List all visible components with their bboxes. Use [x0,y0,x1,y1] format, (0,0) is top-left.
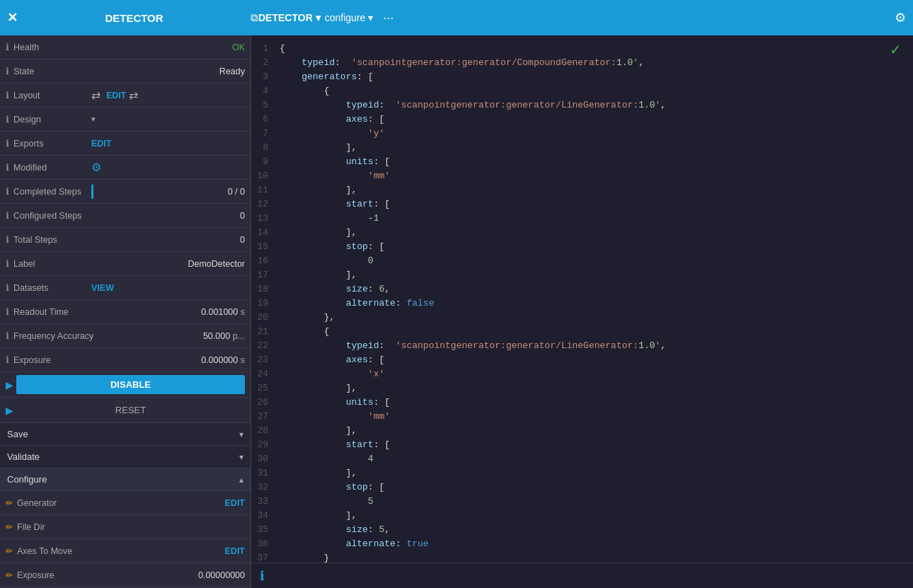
code-line: 11 ], [251,184,913,198]
freq-accuracy-value: 50.000 p... [93,331,245,341]
bottom-bar: ℹ [251,563,913,588]
code-line: 22 typeid: 'scanpointgenerator:generator… [251,340,913,354]
datasets-info-icon[interactable]: ℹ [6,282,9,293]
axes-to-move-label: Axes To Move [17,546,225,556]
line-content: generators: [ [280,71,374,82]
generator-edit-button[interactable]: EDIT [225,498,245,508]
code-line: 12 start: [ [251,198,913,212]
line-content: typeid: 'scanpointgenerator:generator/Li… [280,100,666,110]
code-line: 30 4 [251,453,913,467]
code-line: 16 0 [251,255,913,269]
design-info-icon[interactable]: ℹ [6,114,9,125]
configured-steps-value: 0 [91,211,245,221]
line-number: 19 [251,298,280,309]
label-info-icon[interactable]: ℹ [6,258,9,269]
readout-time-info-icon[interactable]: ℹ [6,306,9,317]
line-content: typeid: 'scanpointgenerator:generator/Li… [280,340,666,351]
validate-section-header[interactable]: Validate ▾ [0,446,251,468]
line-number: 14 [251,227,280,238]
line-content: ], [280,142,357,153]
line-content: 'mm' [280,171,390,181]
layout-info-icon[interactable]: ℹ [6,90,9,100]
configure-chevron-icon: ▴ [239,475,243,485]
state-info-icon[interactable]: ℹ [6,66,9,76]
line-content: ], [280,185,357,195]
state-label: State [13,67,91,76]
layout-arrows2-icon: ⇄ [129,88,138,102]
line-content: 0 [280,255,374,266]
code-line: 34 ], [251,509,913,524]
code-line: 3 generators: [ [251,71,913,85]
line-content: stop: [ [280,241,384,252]
reset-button[interactable]: RESET [16,400,245,420]
axes-to-move-edit-button[interactable]: EDIT [225,546,245,556]
configure-dropdown[interactable]: configure ▾ [325,12,374,23]
exports-edit-button[interactable]: EDIT [91,139,111,149]
axes-pencil-icon: ✏ [6,546,13,556]
disable-row: ▶ DISABLE [0,372,251,398]
freq-accuracy-info-icon[interactable]: ℹ [6,330,9,341]
detector-chevron-icon: ▾ [316,12,321,23]
completed-steps-info-icon[interactable]: ℹ [6,186,9,197]
line-content: size: 6, [280,284,390,294]
line-number: 9 [251,156,280,167]
code-editor-panel: ✓ 1{2 typeid: 'scanpointgenerator:genera… [251,35,913,588]
line-number: 24 [251,369,280,379]
line-number: 23 [251,354,280,365]
line-content: axes: [ [280,354,384,365]
health-info-icon[interactable]: ℹ [6,42,9,52]
exposure2-value: 0.00000000 [198,570,245,580]
completed-steps-label: Completed Steps [13,187,91,197]
line-content: units: [ [280,156,390,167]
code-line: 7 'y' [251,127,913,142]
line-number: 33 [251,496,280,507]
total-steps-info-icon[interactable]: ℹ [6,234,9,245]
exports-label: Exports [13,139,91,149]
save-section-title: Save [7,429,28,439]
external-link-icon[interactable]: ⧉ [251,11,258,24]
modified-label: Modified [13,163,91,173]
settings-icon[interactable]: ⚙ [895,10,906,25]
datasets-view-button[interactable]: VIEW [91,283,114,293]
disable-button[interactable]: DISABLE [16,375,245,394]
left-panel: ℹ Health OK ℹ State Ready ℹ Layout ⇄ EDI… [0,35,251,588]
line-number: 22 [251,340,280,351]
line-content: { [280,86,329,96]
detector-dropdown[interactable]: DETECTOR ▾ [258,12,321,23]
code-line: 8 ], [251,142,913,156]
code-line: 33 5 [251,495,913,509]
line-content: axes: [ [280,114,384,125]
line-number: 30 [251,454,280,464]
line-content: 'mm' [280,411,390,422]
exposure-info-icon[interactable]: ℹ [6,354,9,365]
exports-info-icon[interactable]: ℹ [6,138,9,149]
state-row: ℹ State Ready [0,59,251,83]
line-number: 31 [251,468,280,478]
design-dropdown-icon[interactable]: ▾ [91,115,96,124]
play-icon-reset: ▶ [6,405,13,416]
line-content: 'y' [280,128,384,139]
save-section-header[interactable]: Save ▾ [0,423,251,446]
code-line: 18 size: 6, [251,283,913,297]
layout-edit-button[interactable]: EDIT [106,91,126,100]
line-number: 4 [251,86,280,96]
line-content: { [280,326,329,337]
exposure-row: ℹ Exposure 0.000000 s [0,348,251,372]
line-number: 10 [251,171,280,181]
code-line: 17 ], [251,269,913,283]
generator-label: Generator [17,498,225,508]
generator-pencil-icon: ✏ [6,498,13,508]
line-number: 29 [251,439,280,450]
configure-section-header[interactable]: Configure ▴ [0,468,251,491]
line-content: stop: [ [280,482,384,492]
configured-steps-info-icon[interactable]: ℹ [6,210,9,221]
more-options-button[interactable]: ··· [377,11,399,25]
code-line: 24 'x' [251,368,913,382]
code-line: 20 }, [251,311,913,325]
modified-spinner-icon: ⚙ [91,161,101,174]
close-button[interactable]: ✕ [7,10,18,25]
modified-info-icon[interactable]: ℹ [6,162,9,173]
bottom-info-icon[interactable]: ℹ [260,568,265,584]
label-label: Label [13,259,91,269]
line-number: 2 [251,57,280,68]
